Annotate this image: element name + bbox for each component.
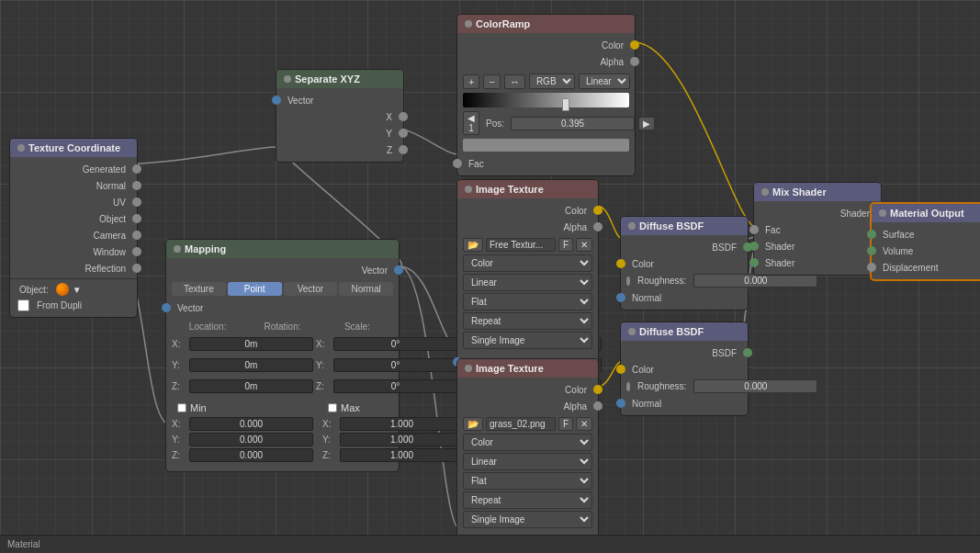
it-browse-btn[interactable]: 📂 xyxy=(463,417,483,431)
loc-x-label: X: xyxy=(172,339,186,349)
socket-normal xyxy=(132,181,141,190)
node-texture-coord-title: Texture Coordinate xyxy=(28,142,120,153)
socket-row-color-out: Color xyxy=(457,381,598,398)
roughness-input[interactable] xyxy=(693,274,817,288)
max-x-input[interactable] xyxy=(340,417,464,431)
it-f-btn[interactable]: F xyxy=(558,417,573,431)
socket-volume-in xyxy=(867,246,876,255)
max-z-input[interactable] xyxy=(340,448,464,462)
cr-add-btn[interactable]: + xyxy=(463,74,479,89)
min-x-input[interactable] xyxy=(189,417,313,431)
cr-stop-next-btn[interactable]: ▶ xyxy=(638,117,655,130)
tab-vector[interactable]: Vector xyxy=(284,282,338,296)
roughness-input[interactable] xyxy=(693,379,817,393)
socket-row-normal-in: Normal xyxy=(621,289,748,306)
min-z-input[interactable] xyxy=(189,448,313,462)
socket-row-vector-in: Vector xyxy=(166,299,399,316)
socket-label-alpha-out: Alpha xyxy=(563,401,587,412)
cr-interp-select[interactable]: Linear xyxy=(579,73,630,89)
socket-label-color-out: Color xyxy=(602,40,624,51)
object-dropdown-icon[interactable]: ▼ xyxy=(73,285,82,295)
it-flat-select[interactable]: Flat xyxy=(463,293,592,310)
node-texture-coord-body: Generated Normal UV Object Camera Window xyxy=(10,157,137,317)
socket-vector-in xyxy=(162,303,171,312)
rotation-z-input[interactable] xyxy=(333,379,457,393)
socket-generated xyxy=(132,164,141,174)
it-repeat-select[interactable]: Repeat xyxy=(463,491,592,509)
socket-row-fac-in: Fac xyxy=(457,155,635,172)
cr-remove-btn[interactable]: − xyxy=(483,74,500,89)
max-y-input[interactable] xyxy=(340,433,464,446)
tab-normal[interactable]: Normal xyxy=(339,282,393,296)
it-repeat-select[interactable]: Repeat xyxy=(463,312,592,330)
location-z-row: Z: xyxy=(172,379,313,393)
node-image-texture-top: Image Texture Color Alpha 📂 Free Textur.… xyxy=(456,179,599,375)
socket-label-displacement: Displacement xyxy=(883,263,939,273)
location-y-input[interactable] xyxy=(189,358,313,372)
it-flat-select[interactable]: Flat xyxy=(463,472,592,490)
socket-row-displacement-in: Displacement xyxy=(872,259,980,276)
node-diffuse-top: Diffuse BSDF BSDF Color Roughness: Norma… xyxy=(620,216,749,310)
max-checkbox-row: Max xyxy=(322,401,464,415)
cr-pos-input[interactable] xyxy=(511,117,635,130)
min-checkbox[interactable] xyxy=(177,403,186,412)
socket-vector-in xyxy=(272,96,281,105)
location-header: Location: xyxy=(172,322,243,332)
socket-label-fac: Fac xyxy=(468,159,484,169)
location-z-input[interactable] xyxy=(189,379,313,393)
socket-row-generated: Generated xyxy=(10,161,137,177)
socket-row-object: Object xyxy=(10,210,137,227)
divider xyxy=(10,278,137,279)
it-single-select[interactable]: Single Image xyxy=(463,332,592,349)
node-texture-coord-header: Texture Coordinate xyxy=(10,139,137,157)
cr-slider[interactable] xyxy=(562,98,569,111)
roughness-label: Roughness: xyxy=(637,381,686,391)
node-dot xyxy=(465,186,472,193)
min-max-section: Min X: Y: Z: xyxy=(166,397,399,468)
socket-roughness-in xyxy=(626,276,630,286)
it-close-btn[interactable]: ✕ xyxy=(576,238,592,252)
socket-row-shader2-in: Shader xyxy=(754,254,881,271)
it-single-select[interactable]: Single Image xyxy=(463,511,592,528)
node-separate-xyz-body: Vector X Y Z xyxy=(276,88,403,162)
cr-stop-prev-btn[interactable]: ◀ 1 xyxy=(463,111,479,135)
socket-row-x: X xyxy=(276,108,403,125)
tab-texture[interactable]: Texture xyxy=(172,282,226,296)
node-dot xyxy=(628,222,636,230)
socket-fac-in xyxy=(749,225,759,234)
it-color-select[interactable]: Color xyxy=(463,254,592,272)
location-y-row: Y: xyxy=(172,358,313,372)
it-close-btn[interactable]: ✕ xyxy=(576,417,592,431)
cr-gradient xyxy=(463,93,629,107)
it-color-select[interactable]: Color xyxy=(463,434,592,451)
min-y-input[interactable] xyxy=(189,433,313,446)
tab-point[interactable]: Point xyxy=(228,282,282,296)
rotation-y-input[interactable] xyxy=(333,358,457,372)
it-f-btn[interactable]: F xyxy=(558,238,573,252)
statusbar-label: Material xyxy=(7,539,40,549)
socket-x xyxy=(399,112,408,121)
socket-label-vector-in: Vector xyxy=(177,303,203,313)
socket-label-alpha-out: Alpha xyxy=(600,57,624,67)
rotation-z-row: Z: xyxy=(316,379,457,393)
node-image-texture-bot-header: Image Texture xyxy=(457,359,598,378)
rotation-x-input[interactable] xyxy=(333,337,457,351)
it-browse-btn[interactable]: 📂 xyxy=(463,238,483,252)
socket-y xyxy=(399,129,408,138)
max-checkbox[interactable] xyxy=(328,403,337,412)
it-linear-select[interactable]: Linear xyxy=(463,453,592,470)
socket-vector-out xyxy=(394,265,403,275)
cr-colormode-select[interactable]: RGB xyxy=(529,73,575,89)
node-material-output: Material Output Surface Volume Displacem… xyxy=(870,202,980,281)
it-linear-select[interactable]: Linear xyxy=(463,274,592,291)
socket-bsdf-out xyxy=(743,348,752,357)
node-mapping-body: Vector Texture Point Vector Normal Vecto… xyxy=(166,258,399,471)
lrs-z-row: Z: Z: Z: xyxy=(166,376,399,397)
it-filename: Free Textur... xyxy=(486,238,556,252)
it-file-row: 📂 grass_02.png F ✕ xyxy=(463,417,592,431)
from-dupli-checkbox[interactable] xyxy=(17,299,29,311)
location-x-input[interactable] xyxy=(189,337,313,351)
rot-z-label: Z: xyxy=(316,381,331,391)
node-mix-shader-title: Mix Shader xyxy=(772,186,827,198)
cr-flip-btn[interactable]: ↔ xyxy=(504,74,525,89)
